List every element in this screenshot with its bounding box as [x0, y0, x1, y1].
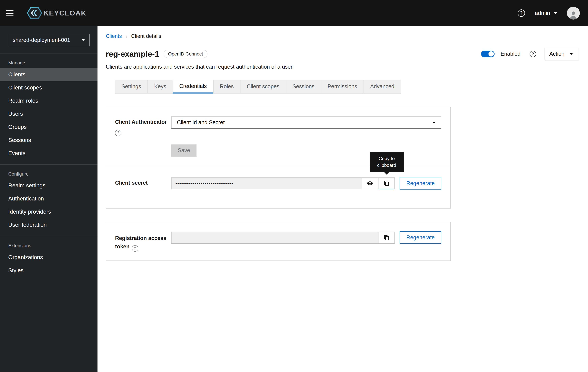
realm-selector[interactable]: shared-deployment-001 [8, 34, 90, 46]
show-secret-button[interactable] [362, 177, 378, 189]
nav-section-manage: Manage Clients Client scopes Realm roles… [0, 53, 97, 164]
tab-sessions[interactable]: Sessions [286, 80, 321, 93]
sidebar-item-events[interactable]: Events [0, 147, 97, 160]
copy-token-button[interactable] [378, 231, 395, 243]
sidebar-toggle-button[interactable] [6, 6, 20, 20]
client-secret-input[interactable] [171, 177, 362, 189]
sidebar-item-identity-providers[interactable]: Identity providers [0, 205, 97, 218]
global-help-icon[interactable]: ? [518, 10, 525, 17]
tab-credentials[interactable]: Credentials [173, 80, 213, 93]
eye-icon [367, 180, 373, 187]
copy-icon [383, 180, 390, 186]
tab-keys[interactable]: Keys [147, 80, 173, 93]
regenerate-secret-button[interactable]: Regenerate [399, 177, 441, 189]
sidebar-item-clients[interactable]: Clients [0, 68, 97, 81]
copy-secret-button[interactable] [378, 177, 395, 189]
user-icon [568, 10, 578, 20]
page-title: reg-example-1 [106, 50, 159, 59]
nav-section-title: Configure [0, 168, 97, 179]
page-subtitle: Clients are applications and services th… [106, 64, 579, 70]
sidebar-item-realm-roles[interactable]: Realm roles [0, 94, 97, 107]
tab-permissions[interactable]: Permissions [321, 80, 364, 93]
copy-tooltip: Copy to clipboard [370, 152, 404, 172]
nav-section-configure: Configure Realm settings Authentication … [0, 164, 97, 236]
sidebar: shared-deployment-001 Manage Clients Cli… [0, 26, 97, 372]
client-authenticator-select[interactable]: Client Id and Secret [171, 116, 441, 129]
enabled-help-icon[interactable]: ? [530, 51, 536, 57]
chevron-down-icon [432, 121, 436, 123]
action-dropdown[interactable]: Action [545, 48, 579, 60]
user-menu-button[interactable]: admin [535, 10, 557, 16]
chevron-down-icon [570, 53, 573, 55]
nav-section-title: Manage [0, 57, 97, 68]
chevron-down-icon [82, 39, 85, 41]
breadcrumb-clients-link[interactable]: Clients [106, 33, 122, 39]
username: admin [535, 10, 550, 16]
tab-client-scopes[interactable]: Client scopes [240, 80, 286, 93]
chevron-down-icon [554, 12, 557, 14]
tab-bar: Settings Keys Credentials Roles Client s… [115, 80, 579, 93]
enabled-toggle[interactable] [481, 51, 494, 57]
sidebar-item-sessions[interactable]: Sessions [0, 133, 97, 147]
avatar[interactable] [567, 7, 580, 20]
nav-section-title: Extensions [0, 240, 97, 251]
registration-token-input[interactable] [171, 231, 378, 243]
chevron-right-icon: › [126, 33, 127, 39]
sidebar-item-user-federation[interactable]: User federation [0, 218, 97, 231]
copy-icon [383, 234, 390, 241]
enabled-label: Enabled [501, 51, 520, 57]
keycloak-admin-console: KEYCLOAK ? admin shared-deployment-001 [0, 0, 588, 372]
registration-token-card: Registration access token? [106, 222, 451, 261]
regenerate-token-button[interactable]: Regenerate [399, 231, 441, 244]
breadcrumb-current: Client details [131, 33, 161, 39]
sidebar-item-organizations[interactable]: Organizations [0, 251, 97, 264]
sidebar-item-authentication[interactable]: Authentication [0, 192, 97, 205]
realm-name: shared-deployment-001 [13, 37, 70, 43]
breadcrumb: Clients › Client details [106, 33, 579, 39]
registration-token-label: Registration access token? [115, 231, 171, 251]
registration-token-help-icon[interactable]: ? [132, 245, 138, 251]
tab-advanced[interactable]: Advanced [364, 80, 401, 93]
client-secret-input-group: Copy to clipboard [171, 177, 395, 189]
brand-wordmark: KEYCLOAK [43, 9, 86, 17]
sidebar-item-client-scopes[interactable]: Client scopes [0, 81, 97, 94]
tab-settings[interactable]: Settings [115, 80, 148, 93]
protocol-badge: OpenID Connect [164, 50, 208, 58]
tab-roles[interactable]: Roles [213, 80, 241, 93]
main-content: Clients › Client details reg-example-1 O… [97, 26, 588, 372]
credentials-card: Client Authenticator ? Client Id and Sec… [106, 107, 451, 209]
sidebar-item-realm-settings[interactable]: Realm settings [0, 179, 97, 192]
client-secret-label: Client secret [115, 177, 171, 186]
keycloak-logo[interactable]: KEYCLOAK [26, 6, 86, 20]
sidebar-item-styles[interactable]: Styles [0, 264, 97, 277]
sidebar-item-users[interactable]: Users [0, 107, 97, 121]
save-button[interactable]: Save [171, 144, 196, 157]
nav-section-extensions: Extensions Organizations Styles [0, 236, 97, 281]
client-authenticator-label: Client Authenticator [115, 116, 171, 125]
keycloak-logo-icon [26, 6, 43, 20]
hamburger-icon [6, 10, 14, 11]
registration-token-input-group [171, 231, 395, 243]
client-authenticator-help-icon[interactable]: ? [115, 130, 121, 136]
topbar: KEYCLOAK ? admin [0, 0, 588, 26]
sidebar-item-groups[interactable]: Groups [0, 121, 97, 133]
